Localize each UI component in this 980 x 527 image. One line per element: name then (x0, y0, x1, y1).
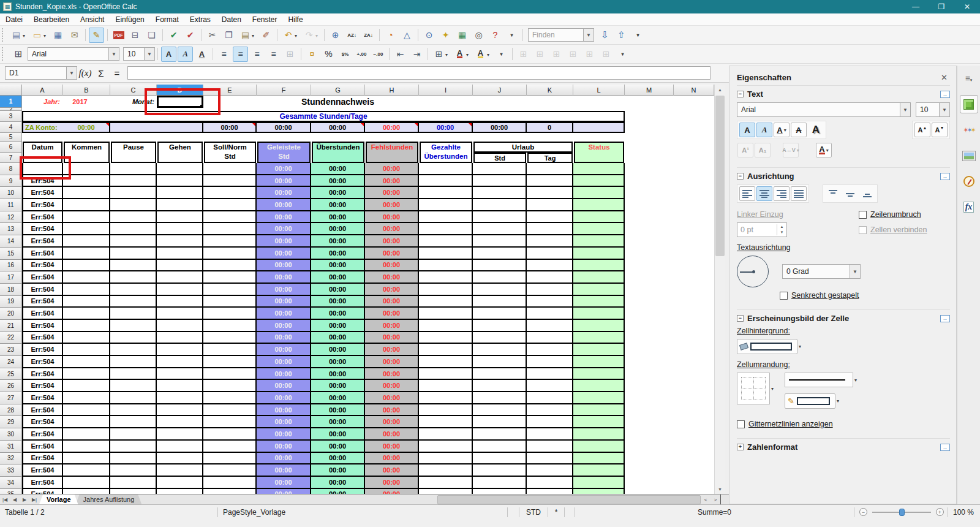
cell-K30[interactable] (527, 428, 573, 441)
cell-I15[interactable] (419, 248, 473, 260)
cell-J28[interactable] (473, 404, 527, 417)
cell-J27[interactable] (473, 392, 527, 404)
cell-I21[interactable] (419, 320, 473, 332)
cell-F26[interactable]: 00:00 (257, 380, 311, 392)
cell-E18[interactable] (203, 284, 257, 296)
cell-L9[interactable] (573, 175, 625, 188)
cell-K13[interactable] (527, 223, 573, 235)
cell-D25[interactable] (157, 368, 203, 381)
sum-display[interactable]: Summe=0 (575, 508, 854, 517)
row-header-4[interactable]: 4 (0, 122, 22, 133)
function-wizard-icon[interactable]: f(x) (77, 68, 93, 78)
chevron-down-icon[interactable]: ▼ (900, 103, 910, 116)
cell-J23[interactable] (473, 344, 527, 356)
cell-G31[interactable]: 00:00 (311, 441, 365, 453)
cell-D8[interactable] (157, 163, 203, 175)
cell-C22[interactable] (110, 332, 157, 344)
cell-L32[interactable] (573, 453, 625, 465)
cell-F28[interactable]: 00:00 (257, 404, 311, 417)
sidebar-tab-gallery[interactable] (960, 146, 978, 165)
row-header-28[interactable]: 28 (0, 404, 22, 417)
cell-B14[interactable] (63, 235, 110, 248)
cell-H10[interactable]: 00:00 (365, 187, 419, 199)
cell-J22[interactable] (473, 332, 527, 344)
cell-K18[interactable] (527, 284, 573, 296)
cell-B32[interactable] (63, 453, 110, 465)
cell-D12[interactable] (157, 211, 203, 224)
cell-K32[interactable] (527, 453, 573, 465)
cell-C17[interactable] (110, 271, 157, 284)
cell-I23[interactable] (419, 344, 473, 356)
cell-C14[interactable] (110, 235, 157, 248)
border-line-color-button[interactable]: ✎ (785, 393, 835, 409)
cell-D29[interactable] (157, 416, 203, 428)
cell-I8[interactable] (419, 163, 473, 175)
menu-format[interactable]: Format (150, 14, 184, 25)
cell-J21[interactable] (473, 320, 527, 332)
cell-C29[interactable] (110, 416, 157, 428)
more-options-icon[interactable]: … (940, 91, 950, 98)
column-header-B[interactable]: B (63, 85, 110, 96)
column-header-fehlstunden[interactable]: Fehlstunden (366, 142, 418, 163)
cell-I4[interactable]: 00:00 (419, 122, 473, 133)
cut-button[interactable]: ✂ (205, 28, 220, 43)
cell-J30[interactable] (473, 428, 527, 441)
chevron-down-icon[interactable]: ▼ (939, 103, 949, 116)
strikethrough-button[interactable]: A (791, 123, 807, 137)
toolbar-overflow-button[interactable]: ▾ (504, 28, 519, 43)
cell-E24[interactable] (203, 356, 257, 368)
redo-button[interactable]: ↷▾ (301, 28, 317, 43)
row-header-16[interactable]: 16 (0, 260, 22, 272)
cell-D18[interactable] (157, 284, 203, 296)
cell-B17[interactable] (63, 271, 110, 284)
column-header-H[interactable]: H (365, 85, 419, 96)
cell-I35[interactable] (419, 489, 473, 494)
cell-A1[interactable]: Jahr: (22, 96, 63, 108)
cell-I26[interactable] (419, 380, 473, 392)
cell-K20[interactable] (527, 308, 573, 320)
cell-B24[interactable] (63, 356, 110, 368)
cell-D13[interactable] (157, 223, 203, 235)
equals-icon[interactable]: = (109, 68, 125, 78)
cell-B23[interactable] (63, 344, 110, 356)
cell-L11[interactable] (573, 199, 625, 211)
cell-D19[interactable] (157, 296, 203, 308)
cell-B1[interactable]: 2017 (63, 96, 110, 108)
cell-G9[interactable]: 00:00 (311, 175, 365, 188)
column-header-kommen[interactable]: Kommen (64, 142, 110, 163)
cell-D17[interactable] (157, 271, 203, 284)
cell-G20[interactable]: 00:00 (311, 308, 365, 320)
find-replace-button[interactable]: ⊙ (421, 28, 437, 43)
cell-J17[interactable] (473, 271, 527, 284)
cell-H30[interactable]: 00:00 (365, 428, 419, 441)
cell-B30[interactable] (63, 428, 110, 441)
cell-I27[interactable] (419, 392, 473, 404)
cell-G14[interactable]: 00:00 (311, 235, 365, 248)
cell-L30[interactable] (573, 428, 625, 441)
underline-button[interactable]: A▾ (774, 123, 790, 137)
cell-D35[interactable] (157, 489, 203, 494)
cell-G13[interactable]: 00:00 (311, 223, 365, 235)
sidebar-menu-icon[interactable]: ≡▾ (960, 69, 978, 88)
align-middle-button[interactable] (842, 186, 858, 201)
row-header-11[interactable]: 11 (0, 199, 22, 211)
cell-L19[interactable] (573, 296, 625, 308)
cell-G27[interactable]: 00:00 (311, 392, 365, 404)
cell-E11[interactable] (203, 199, 257, 211)
cell-H27[interactable]: 00:00 (365, 392, 419, 404)
cell-F19[interactable]: 00:00 (257, 296, 311, 308)
chevron-down-icon[interactable]: ▾ (837, 398, 839, 404)
cell-J12[interactable] (473, 211, 527, 224)
chevron-down-icon[interactable]: ▾ (23, 33, 28, 39)
cell-E4[interactable]: 00:00 (203, 122, 257, 133)
chevron-down-icon[interactable]: ▾ (771, 386, 774, 392)
border-line-style-button[interactable] (785, 373, 853, 387)
cell-E22[interactable] (203, 332, 257, 344)
cell-G8[interactable]: 00:00 (311, 163, 365, 175)
cell-B35[interactable] (63, 489, 110, 494)
merge-cells-checkbox[interactable] (859, 226, 867, 234)
cell-F33[interactable]: 00:00 (257, 464, 311, 477)
column-header-urlaub-std[interactable]: Std (473, 153, 526, 163)
cell-E20[interactable] (203, 308, 257, 320)
cell-G28[interactable]: 00:00 (311, 404, 365, 417)
